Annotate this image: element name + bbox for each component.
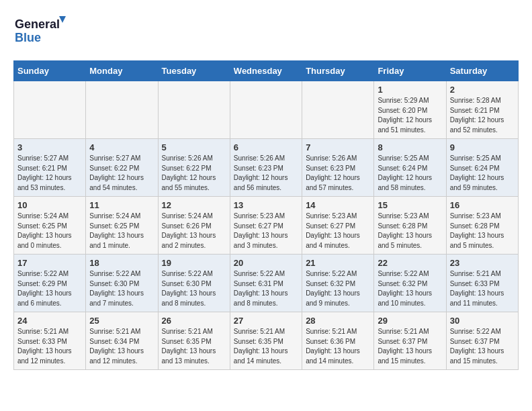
calendar-cell: 8Sunrise: 5:25 AM Sunset: 6:24 PM Daylig… [374,139,446,197]
day-number: 29 [378,316,442,326]
day-info: Sunrise: 5:22 AM Sunset: 6:32 PM Dayligh… [378,269,442,308]
calendar-cell [230,81,302,139]
day-info: Sunrise: 5:24 AM Sunset: 6:26 PM Dayligh… [162,212,226,250]
calendar-cell: 23Sunrise: 5:21 AM Sunset: 6:33 PM Dayli… [446,255,518,312]
day-number: 2 [450,85,515,95]
day-number: 8 [378,142,442,152]
calendar-cell: 3Sunrise: 5:27 AM Sunset: 6:21 PM Daylig… [14,139,86,197]
day-number: 23 [450,258,515,268]
day-info: Sunrise: 5:22 AM Sunset: 6:37 PM Dayligh… [450,327,515,366]
calendar-week-4: 17Sunrise: 5:22 AM Sunset: 6:29 PM Dayli… [14,255,519,312]
day-number: 20 [234,258,298,268]
day-number: 27 [234,316,298,326]
day-number: 30 [450,316,515,326]
calendar-body: 1Sunrise: 5:29 AM Sunset: 6:20 PM Daylig… [14,81,519,370]
calendar-cell [302,81,374,139]
day-number: 6 [234,142,298,152]
day-number: 24 [17,316,82,326]
day-info: Sunrise: 5:23 AM Sunset: 6:27 PM Dayligh… [234,212,298,250]
header-row: SundayMondayTuesdayWednesdayThursdayFrid… [14,61,519,81]
calendar-cell: 15Sunrise: 5:23 AM Sunset: 6:28 PM Dayli… [374,197,446,255]
day-info: Sunrise: 5:28 AM Sunset: 6:21 PM Dayligh… [450,96,515,135]
calendar-cell: 12Sunrise: 5:24 AM Sunset: 6:26 PM Dayli… [158,197,230,255]
calendar-cell: 10Sunrise: 5:24 AM Sunset: 6:25 PM Dayli… [14,197,86,255]
day-number: 18 [89,258,154,268]
calendar-cell: 9Sunrise: 5:25 AM Sunset: 6:24 PM Daylig… [446,139,518,197]
day-number: 7 [306,142,370,152]
calendar-cell: 27Sunrise: 5:21 AM Sunset: 6:35 PM Dayli… [230,312,302,370]
calendar-header: SundayMondayTuesdayWednesdayThursdayFrid… [14,61,519,81]
day-info: Sunrise: 5:22 AM Sunset: 6:32 PM Dayligh… [306,269,370,308]
day-info: Sunrise: 5:22 AM Sunset: 6:31 PM Dayligh… [234,269,298,308]
calendar-cell: 5Sunrise: 5:26 AM Sunset: 6:22 PM Daylig… [158,139,230,197]
day-number: 13 [234,200,298,210]
day-info: Sunrise: 5:22 AM Sunset: 6:30 PM Dayligh… [89,269,154,308]
day-info: Sunrise: 5:23 AM Sunset: 6:28 PM Dayligh… [450,212,515,250]
day-number: 10 [17,200,82,210]
calendar-cell: 28Sunrise: 5:21 AM Sunset: 6:36 PM Dayli… [302,312,374,370]
calendar-cell: 19Sunrise: 5:22 AM Sunset: 6:30 PM Dayli… [158,255,230,312]
calendar-cell: 26Sunrise: 5:21 AM Sunset: 6:35 PM Dayli… [158,312,230,370]
day-header-sunday: Sunday [14,61,86,81]
calendar-cell: 6Sunrise: 5:26 AM Sunset: 6:23 PM Daylig… [230,139,302,197]
day-number: 1 [378,85,442,95]
calendar-cell: 16Sunrise: 5:23 AM Sunset: 6:28 PM Dayli… [446,197,518,255]
svg-text:General: General [15,17,60,31]
calendar-cell: 14Sunrise: 5:23 AM Sunset: 6:27 PM Dayli… [302,197,374,255]
calendar-cell: 22Sunrise: 5:22 AM Sunset: 6:32 PM Dayli… [374,255,446,312]
day-number: 21 [306,258,370,268]
day-number: 12 [162,200,226,210]
day-number: 22 [378,258,442,268]
day-info: Sunrise: 5:23 AM Sunset: 6:27 PM Dayligh… [306,212,370,250]
day-number: 25 [89,316,154,326]
calendar-cell: 20Sunrise: 5:22 AM Sunset: 6:31 PM Dayli… [230,255,302,312]
day-info: Sunrise: 5:22 AM Sunset: 6:30 PM Dayligh… [162,269,226,308]
calendar-cell: 2Sunrise: 5:28 AM Sunset: 6:21 PM Daylig… [446,81,518,139]
calendar-cell: 25Sunrise: 5:21 AM Sunset: 6:34 PM Dayli… [86,312,158,370]
calendar-cell: 13Sunrise: 5:23 AM Sunset: 6:27 PM Dayli… [230,197,302,255]
day-number: 5 [162,142,226,152]
day-header-wednesday: Wednesday [230,61,302,81]
day-info: Sunrise: 5:26 AM Sunset: 6:23 PM Dayligh… [234,154,298,193]
calendar-cell: 7Sunrise: 5:26 AM Sunset: 6:23 PM Daylig… [302,139,374,197]
day-header-friday: Friday [374,61,446,81]
calendar-week-2: 3Sunrise: 5:27 AM Sunset: 6:21 PM Daylig… [14,139,519,197]
page-header: General Blue [13,13,519,50]
calendar-cell: 21Sunrise: 5:22 AM Sunset: 6:32 PM Dayli… [302,255,374,312]
day-info: Sunrise: 5:24 AM Sunset: 6:25 PM Dayligh… [17,212,82,250]
logo: General Blue [13,13,74,50]
calendar-week-1: 1Sunrise: 5:29 AM Sunset: 6:20 PM Daylig… [14,81,519,139]
calendar-table: SundayMondayTuesdayWednesdayThursdayFrid… [13,60,519,370]
day-number: 28 [306,316,370,326]
day-info: Sunrise: 5:21 AM Sunset: 6:37 PM Dayligh… [378,327,442,366]
day-info: Sunrise: 5:21 AM Sunset: 6:36 PM Dayligh… [306,327,370,366]
day-number: 15 [378,200,442,210]
day-info: Sunrise: 5:21 AM Sunset: 6:35 PM Dayligh… [162,327,226,366]
calendar-week-5: 24Sunrise: 5:21 AM Sunset: 6:33 PM Dayli… [14,312,519,370]
day-info: Sunrise: 5:21 AM Sunset: 6:33 PM Dayligh… [17,327,82,366]
calendar-cell [86,81,158,139]
calendar-cell: 17Sunrise: 5:22 AM Sunset: 6:29 PM Dayli… [14,255,86,312]
day-header-tuesday: Tuesday [158,61,230,81]
day-header-thursday: Thursday [302,61,374,81]
day-number: 4 [89,142,154,152]
day-info: Sunrise: 5:21 AM Sunset: 6:33 PM Dayligh… [450,269,515,308]
day-number: 3 [17,142,82,152]
day-info: Sunrise: 5:29 AM Sunset: 6:20 PM Dayligh… [378,96,442,135]
calendar-cell: 4Sunrise: 5:27 AM Sunset: 6:22 PM Daylig… [86,139,158,197]
day-info: Sunrise: 5:22 AM Sunset: 6:29 PM Dayligh… [17,269,82,308]
calendar-cell: 29Sunrise: 5:21 AM Sunset: 6:37 PM Dayli… [374,312,446,370]
day-number: 9 [450,142,515,152]
day-info: Sunrise: 5:26 AM Sunset: 6:22 PM Dayligh… [162,154,226,193]
calendar-cell: 18Sunrise: 5:22 AM Sunset: 6:30 PM Dayli… [86,255,158,312]
day-number: 19 [162,258,226,268]
calendar-cell [14,81,86,139]
day-info: Sunrise: 5:21 AM Sunset: 6:34 PM Dayligh… [89,327,154,366]
day-number: 17 [17,258,82,268]
day-number: 16 [450,200,515,210]
day-info: Sunrise: 5:25 AM Sunset: 6:24 PM Dayligh… [378,154,442,193]
calendar-cell [158,81,230,139]
logo-svg: General Blue [13,13,74,47]
svg-text:Blue: Blue [15,31,41,44]
day-info: Sunrise: 5:21 AM Sunset: 6:35 PM Dayligh… [234,327,298,366]
